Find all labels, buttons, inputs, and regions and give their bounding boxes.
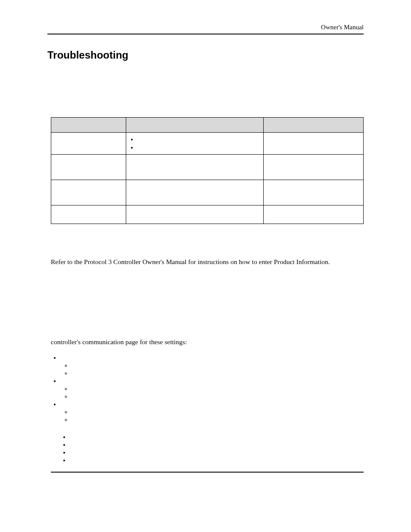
list-subitem [72, 369, 364, 377]
table-header-cell [51, 118, 126, 133]
table-row [51, 154, 364, 180]
table-cell [51, 180, 126, 205]
table-cell [51, 133, 126, 155]
settings-list [51, 354, 364, 423]
table-cell [264, 180, 364, 205]
list-subitem [72, 361, 364, 369]
table-header-row [51, 118, 364, 133]
table-cell [264, 205, 364, 224]
table-row [51, 133, 364, 155]
table-header-cell [264, 118, 364, 133]
table-cell [264, 133, 364, 155]
table-cell [51, 205, 126, 224]
list-subitem [72, 392, 364, 400]
list-subitem [72, 385, 364, 392]
table-cell [51, 154, 126, 180]
list-item [60, 377, 364, 400]
table-cell [126, 205, 264, 224]
list-subitem [72, 408, 364, 416]
list-item [60, 354, 364, 377]
table-row [51, 180, 364, 205]
header-rule [47, 34, 364, 34]
table-cell [126, 180, 264, 205]
list-item [70, 441, 364, 448]
list-subitem [72, 416, 364, 423]
list-item [70, 433, 364, 441]
table-cell [126, 133, 264, 155]
page-header-right: Owner's Manual [47, 24, 364, 31]
additional-list [51, 433, 364, 464]
table-header-cell [126, 118, 264, 133]
body-paragraph: Refer to the Protocol 3 Controller Owner… [51, 258, 364, 267]
list-item [70, 448, 364, 456]
list-item [60, 400, 364, 423]
list-item [70, 456, 364, 464]
body-paragraph: controller's communication page for thes… [51, 338, 364, 347]
table-row [51, 205, 364, 224]
footer-rule [51, 472, 364, 473]
table-cell [126, 154, 264, 180]
troubleshooting-table [51, 117, 364, 224]
table-cell [264, 154, 364, 180]
section-title: Troubleshooting [47, 49, 364, 61]
